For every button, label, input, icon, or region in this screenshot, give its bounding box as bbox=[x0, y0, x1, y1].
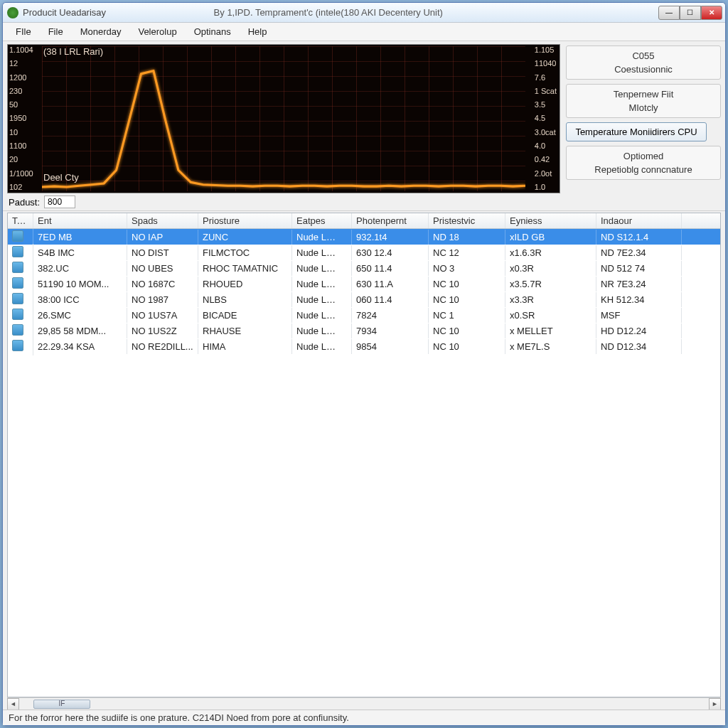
temperature-chart: 1.1004121200230501950101100201/1000102 (… bbox=[7, 44, 560, 193]
table-row[interactable]: 51190 10 MOM...NO 1687CRHOUEDNude L…630 … bbox=[8, 276, 720, 291]
app-window: Producit Ueadarisay By 1,IPD. Temprament… bbox=[2, 2, 726, 726]
statusbar: For the forror here the sudiife is one p… bbox=[3, 710, 725, 725]
row-icon bbox=[12, 277, 23, 289]
temperature-monitor-cpu-button[interactable]: Temperature Moniidirers CPU bbox=[566, 122, 707, 141]
chart-y-right-ticks: 1.105110407.61 Scat3.54.53.0cat4.00.422.… bbox=[535, 45, 557, 193]
row-icon bbox=[12, 230, 23, 242]
menu-monerday[interactable]: Monerday bbox=[72, 23, 130, 40]
menu-file-2[interactable]: File bbox=[40, 23, 72, 40]
side-g2-l1: Tenpernew Fiit bbox=[614, 89, 674, 100]
titlebar: Producit Ueadarisay By 1,IPD. Temprament… bbox=[3, 3, 725, 23]
table-row[interactable]: S4B IMCNO DISTFILMCTOCNude L…630 12.4NC … bbox=[8, 245, 720, 260]
menubar: FIle File Monerday Velerolup Optinans He… bbox=[3, 23, 725, 41]
table-row[interactable]: 382.UCNO UBESRHOC TAMATNICNude L…650 11.… bbox=[8, 260, 720, 276]
chart-y-left-ticks: 1.1004121200230501950101100201/1000102 bbox=[9, 45, 33, 193]
side-g2-l2: MIotcly bbox=[628, 102, 658, 113]
row-icon bbox=[12, 262, 23, 273]
side-group-2: Tenpernew Fiit MIotcly bbox=[566, 84, 721, 118]
menu-optinans[interactable]: Optinans bbox=[186, 23, 240, 40]
side-g1-l1: C055 bbox=[632, 50, 654, 61]
side-g1-l2: Coestusionnic bbox=[614, 64, 673, 75]
row-icon bbox=[12, 293, 23, 304]
th-eatpes[interactable]: Eatpes bbox=[292, 213, 352, 228]
side-group-1: C055 Coestusionnic bbox=[566, 46, 721, 80]
side-g3-l2: Repetioblg conncnature bbox=[594, 164, 692, 175]
th-tepl[interactable]: Tepl bbox=[8, 213, 33, 228]
th-indaour[interactable]: Indaour bbox=[596, 213, 682, 228]
scroll-right-arrow[interactable]: ► bbox=[709, 698, 721, 710]
app-title: Producit Ueadarisay bbox=[23, 7, 106, 18]
scroll-track[interactable]: IF bbox=[19, 698, 709, 710]
row-icon bbox=[12, 309, 23, 320]
th-eyniess[interactable]: Eyniess bbox=[505, 213, 596, 228]
menu-help[interactable]: Help bbox=[240, 23, 276, 40]
table-row[interactable]: 22.29.34 KSANO RE2DILL...HIMANude L…9854… bbox=[8, 338, 720, 354]
menu-velerolup[interactable]: Velerolup bbox=[129, 23, 185, 40]
close-button[interactable]: ✕ bbox=[701, 6, 722, 20]
app-icon bbox=[7, 7, 18, 18]
filter-input[interactable] bbox=[44, 196, 75, 208]
filter-label: Padust: bbox=[9, 197, 40, 208]
scroll-left-arrow[interactable]: ◄ bbox=[7, 698, 19, 710]
scroll-thumb[interactable]: IF bbox=[33, 700, 90, 709]
chart-title: (38 l LRL Rari) bbox=[43, 46, 103, 57]
side-group-3: Optiomed Repetioblg conncnature bbox=[566, 146, 721, 180]
side-g3-l1: Optiomed bbox=[623, 151, 663, 161]
th-pristestvic[interactable]: Pristestvic bbox=[429, 213, 505, 228]
side-panel: C055 Coestusionnic Tenpernew Fiit MIotcl… bbox=[566, 44, 721, 193]
table-row[interactable]: 26.SMCNO 1US7ABICADENude L…7824NC 1x0.SR… bbox=[8, 307, 720, 323]
filter-bar: Padust: bbox=[3, 193, 725, 211]
upper-panel: 1.1004121200230501950101100201/1000102 (… bbox=[3, 41, 725, 193]
process-table: Tepl Ent Spads Priosture Eatpes Photenpe… bbox=[7, 213, 721, 697]
row-icon bbox=[12, 324, 23, 336]
table-row[interactable]: 29,85 58 MDM...NO 1US2ZRHAUSENude L…7934… bbox=[8, 323, 720, 338]
chart-line bbox=[42, 45, 525, 193]
table-row[interactable]: 7ED MBNO IAPZUNCNude L…932.1t4ND 18xILD … bbox=[8, 229, 720, 245]
window-controls: — ☐ ✕ bbox=[658, 6, 722, 20]
chart-bottom-label: Deel Cty bbox=[43, 172, 79, 183]
table-body: 7ED MBNO IAPZUNCNude L…932.1t4ND 18xILD … bbox=[8, 229, 720, 697]
table-row[interactable]: 38:00 ICCNO 1987NLBSNude L…060 11.4NC 10… bbox=[8, 291, 720, 307]
th-spads[interactable]: Spads bbox=[127, 213, 198, 228]
th-priosture[interactable]: Priosture bbox=[198, 213, 292, 228]
row-icon bbox=[12, 340, 23, 351]
table-header: Tepl Ent Spads Priosture Eatpes Photenpe… bbox=[8, 213, 720, 229]
row-icon bbox=[12, 246, 23, 257]
th-photenpernt[interactable]: Photenpernt bbox=[352, 213, 429, 228]
horizontal-scrollbar[interactable]: ◄ IF ► bbox=[7, 697, 721, 710]
maximize-button[interactable]: ☐ bbox=[680, 6, 701, 20]
menu-file-1[interactable]: FIle bbox=[7, 23, 40, 40]
minimize-button[interactable]: — bbox=[658, 6, 680, 20]
app-subtitle: By 1,IPD. Temprament'c (intele(180 AKI D… bbox=[214, 7, 443, 18]
scroll-thumb-label: IF bbox=[59, 700, 65, 707]
th-ent[interactable]: Ent bbox=[33, 213, 127, 228]
